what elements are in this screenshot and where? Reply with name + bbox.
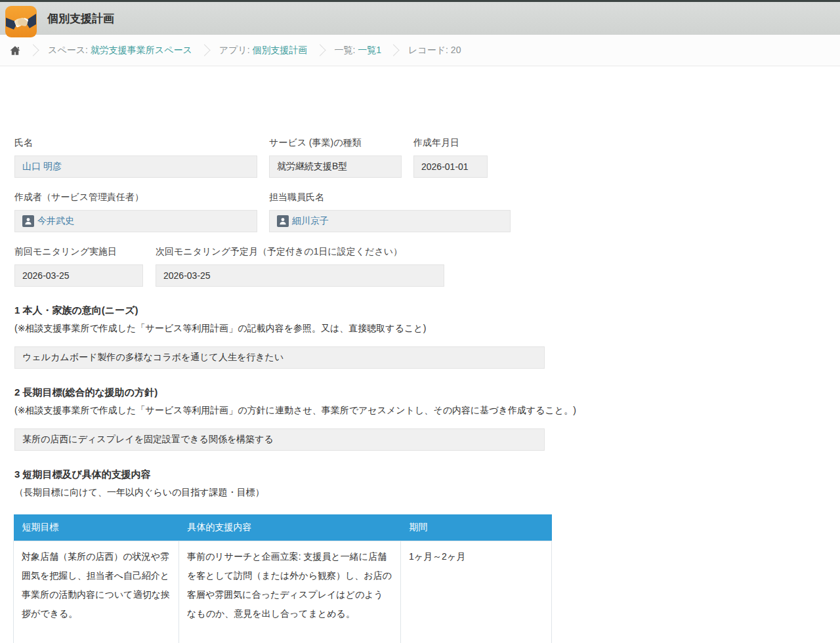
field-created-date-label: 作成年月日	[413, 137, 488, 149]
breadcrumb-space-link[interactable]: 就労支援事業所スペース	[91, 45, 192, 55]
record-detail: 氏名 山口 明彦 サービス (事業)の種類 就労継続支援B型 作成年月日 202…	[0, 66, 840, 643]
field-prev-monitoring-label: 前回モニタリング実施日	[14, 246, 143, 258]
field-row: 氏名 山口 明彦 サービス (事業)の種類 就労継続支援B型 作成年月日 202…	[14, 137, 840, 178]
breadcrumb-app-link[interactable]: 個別支援計画	[253, 45, 308, 55]
field-prev-monitoring-value: 2026-03-25	[22, 270, 70, 281]
section-long-term-goal-note: (※相談支援事業所で作成した「サービス等利用計画」の方針に連動させ、事業所でアセ…	[14, 405, 840, 417]
field-author-value[interactable]: 今井武史	[37, 215, 74, 227]
chevron-right-icon	[198, 44, 210, 56]
home-icon[interactable]	[9, 45, 21, 56]
field-service-type-value: 就労継続支援B型	[277, 161, 347, 173]
field-prev-monitoring: 前回モニタリング実施日 2026-03-25	[14, 246, 143, 287]
field-staff-label: 担当職員氏名	[269, 192, 511, 203]
field-row: 作成者（サービス管理責任者） 今井武史 担当職員氏名 細川京子	[14, 192, 840, 232]
table-row: 対象店舗（某所の店西）の状況や雰囲気を把握し、担当者へ自己紹介と事業所の活動内容…	[14, 541, 552, 643]
col-header-short-term-goal: 短期目標	[14, 514, 179, 541]
breadcrumb-view-link[interactable]: 一覧1	[358, 45, 381, 55]
field-author-label: 作成者（サービス管理責任者）	[14, 192, 257, 203]
field-service-type-box: 就労継続支援B型	[269, 156, 402, 178]
field-author-box: 今井武史	[14, 210, 257, 232]
section-short-term-goal: 3 短期目標及び具体的支援内容 （長期目標に向けて、一年以内ぐらいの目指す課題・…	[14, 468, 840, 643]
field-next-monitoring: 次回モニタリング予定月（予定付きの1日に設定ください） 2026-03-25	[156, 246, 444, 287]
user-icon	[22, 215, 34, 227]
cell-period: 1ヶ月～2ヶ月	[401, 541, 552, 643]
section-long-term-goal-value: 某所の店西にディスプレイを固定設置できる関係を構築する	[14, 428, 545, 451]
col-header-support-content: 具体的支援内容	[179, 514, 401, 541]
field-next-monitoring-value: 2026-03-25	[163, 270, 211, 281]
section-short-term-goal-heading: 3 短期目標及び具体的支援内容	[14, 468, 840, 481]
field-staff: 担当職員氏名 細川京子	[269, 192, 511, 232]
handshake-app-icon[interactable]	[5, 6, 37, 37]
field-name-label: 氏名	[14, 137, 257, 149]
breadcrumb-app: アプリ: 個別支援計画	[219, 45, 308, 56]
section-needs-note: (※相談支援事業所で作成した「サービス等利用計画」の記載内容を参照。又は、直接聴…	[14, 323, 840, 335]
support-plan-table: 短期目標 具体的支援内容 期間 対象店舗（某所の店西）の状況や雰囲気を把握し、担…	[13, 514, 552, 643]
section-needs-value: ウェルカムボード製作の多様なコラボを通じて人生を行きたい	[14, 346, 545, 369]
field-created-date: 作成年月日 2026-01-01	[413, 137, 488, 178]
breadcrumb-space: スペース: 就労支援事業所スペース	[48, 45, 192, 56]
breadcrumb-space-prefix: スペース:	[48, 45, 91, 55]
cell-support-content: 事前のリサーチと企画立案: 支援員と一緒に店舗を客として訪問（または外から観察）…	[179, 541, 401, 643]
chevron-right-icon	[27, 44, 39, 56]
cell-short-term-goal: 対象店舗（某所の店西）の状況や雰囲気を把握し、担当者へ自己紹介と事業所の活動内容…	[14, 541, 179, 643]
chevron-right-icon	[387, 44, 399, 56]
section-needs: 1 本人・家族の意向(ニーズ) (※相談支援事業所で作成した「サービス等利用計画…	[14, 304, 840, 369]
field-author: 作成者（サービス管理責任者） 今井武史	[14, 192, 257, 232]
user-icon	[277, 215, 289, 227]
field-staff-box: 細川京子	[269, 210, 511, 232]
field-name: 氏名 山口 明彦	[14, 137, 257, 178]
field-staff-value[interactable]: 細川京子	[292, 215, 329, 227]
field-service-type-label: サービス (事業)の種類	[269, 137, 402, 149]
field-next-monitoring-label: 次回モニタリング予定月（予定付きの1日に設定ください）	[156, 246, 444, 258]
app-title: 個別支援計画	[47, 11, 114, 26]
table-header-row: 短期目標 具体的支援内容 期間	[14, 514, 552, 541]
breadcrumb-record-label: レコード: 20	[408, 45, 461, 56]
field-name-box: 山口 明彦	[14, 156, 257, 178]
field-created-date-box: 2026-01-01	[413, 156, 488, 178]
field-row: 前回モニタリング実施日 2026-03-25 次回モニタリング予定月（予定付きの…	[14, 246, 840, 287]
field-service-type: サービス (事業)の種類 就労継続支援B型	[269, 137, 402, 178]
field-prev-monitoring-box: 2026-03-25	[14, 264, 143, 287]
field-name-value[interactable]: 山口 明彦	[22, 161, 62, 173]
section-long-term-goal-heading: 2 長期目標(総合的な援助の方針)	[14, 386, 840, 399]
chevron-right-icon	[314, 44, 326, 56]
app-header: 個別支援計画	[0, 2, 840, 35]
breadcrumb-view: 一覧: 一覧1	[335, 45, 382, 56]
field-created-date-value: 2026-01-01	[421, 161, 469, 172]
section-needs-heading: 1 本人・家族の意向(ニーズ)	[14, 304, 840, 317]
col-header-period: 期間	[401, 514, 552, 541]
breadcrumb: スペース: 就労支援事業所スペース アプリ: 個別支援計画 一覧: 一覧1 レコ…	[0, 35, 840, 66]
breadcrumb-app-prefix: アプリ:	[219, 45, 253, 55]
breadcrumb-view-prefix: 一覧:	[335, 45, 358, 55]
section-long-term-goal: 2 長期目標(総合的な援助の方針) (※相談支援事業所で作成した「サービス等利用…	[14, 386, 840, 451]
field-next-monitoring-box: 2026-03-25	[156, 264, 444, 287]
section-short-term-goal-note: （長期目標に向けて、一年以内ぐらいの目指す課題・目標）	[14, 487, 840, 499]
